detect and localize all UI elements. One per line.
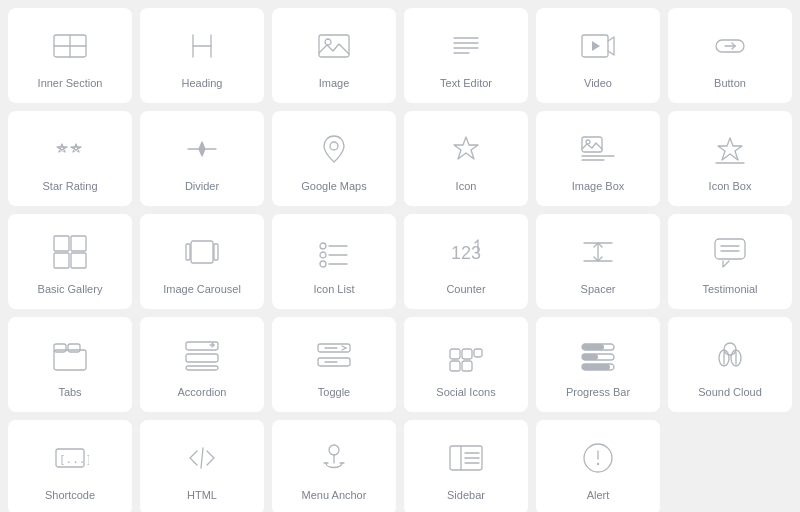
widget-card-spacer[interactable]: Spacer bbox=[536, 214, 660, 309]
svg-rect-35 bbox=[186, 244, 190, 260]
widget-card-video[interactable]: Video bbox=[536, 8, 660, 103]
widget-card-icon[interactable]: Icon bbox=[404, 111, 528, 206]
icon-list-label: Icon List bbox=[314, 282, 355, 296]
image-carousel-icon bbox=[180, 230, 224, 274]
svg-rect-33 bbox=[71, 253, 86, 268]
svg-point-82 bbox=[329, 445, 339, 455]
spacer-label: Spacer bbox=[581, 282, 616, 296]
svg-rect-32 bbox=[54, 253, 69, 268]
image-label: Image bbox=[319, 76, 350, 90]
svg-rect-34 bbox=[191, 241, 213, 263]
inner-section-label: Inner Section bbox=[38, 76, 103, 90]
inner-section-icon bbox=[48, 24, 92, 68]
social-icons-label: Social Icons bbox=[436, 385, 495, 399]
google-maps-label: Google Maps bbox=[301, 179, 366, 193]
accordion-label: Accordion bbox=[178, 385, 227, 399]
widget-card-google-maps[interactable]: Google Maps bbox=[272, 111, 396, 206]
svg-point-37 bbox=[320, 243, 326, 249]
svg-rect-31 bbox=[71, 236, 86, 251]
icon-list-icon bbox=[312, 230, 356, 274]
basic-gallery-label: Basic Gallery bbox=[38, 282, 103, 296]
widget-card-icon-box[interactable]: Icon Box bbox=[668, 111, 792, 206]
sidebar-label: Sidebar bbox=[447, 488, 485, 502]
progress-bar-label: Progress Bar bbox=[566, 385, 630, 399]
widget-card-inner-section[interactable]: Inner Section bbox=[8, 8, 132, 103]
svg-marker-19 bbox=[71, 144, 81, 152]
svg-rect-24 bbox=[582, 137, 602, 152]
widget-card-text-editor[interactable]: Text Editor bbox=[404, 8, 528, 103]
widget-card-social-icons[interactable]: Social Icons bbox=[404, 317, 528, 412]
tabs-label: Tabs bbox=[58, 385, 81, 399]
widget-card-shortcode[interactable]: [...] Shortcode bbox=[8, 420, 132, 512]
svg-point-39 bbox=[320, 252, 326, 258]
widget-card-counter[interactable]: 123 Counter bbox=[404, 214, 528, 309]
widget-card-image-box[interactable]: Image Box bbox=[536, 111, 660, 206]
sound-cloud-label: Sound Cloud bbox=[698, 385, 762, 399]
svg-rect-67 bbox=[462, 361, 472, 371]
widget-card-image[interactable]: Image bbox=[272, 8, 396, 103]
button-label: Button bbox=[714, 76, 746, 90]
html-icon bbox=[180, 436, 224, 480]
svg-rect-50 bbox=[54, 350, 86, 370]
svg-rect-47 bbox=[715, 239, 745, 259]
widget-card-tabs[interactable]: Tabs bbox=[8, 317, 132, 412]
svg-rect-69 bbox=[582, 344, 604, 350]
svg-point-22 bbox=[330, 142, 338, 150]
alert-icon bbox=[576, 436, 620, 480]
svg-text:[...]: [...] bbox=[59, 453, 89, 466]
svg-line-60 bbox=[342, 348, 346, 350]
widget-card-alert[interactable]: Alert bbox=[536, 420, 660, 512]
widget-card-accordion[interactable]: Accordion bbox=[140, 317, 264, 412]
widget-card-image-carousel[interactable]: Image Carousel bbox=[140, 214, 264, 309]
google-maps-icon bbox=[312, 127, 356, 171]
svg-rect-65 bbox=[474, 349, 482, 357]
counter-icon: 123 bbox=[444, 230, 488, 274]
divider-label: Divider bbox=[185, 179, 219, 193]
svg-marker-21 bbox=[199, 142, 205, 156]
icon-box-icon bbox=[708, 127, 752, 171]
widget-card-sidebar[interactable]: Sidebar bbox=[404, 420, 528, 512]
divider-icon bbox=[180, 127, 224, 171]
svg-point-7 bbox=[325, 39, 331, 45]
menu-anchor-icon bbox=[312, 436, 356, 480]
widget-card-divider[interactable]: Divider bbox=[140, 111, 264, 206]
image-box-label: Image Box bbox=[572, 179, 625, 193]
widget-card-toggle[interactable]: Toggle bbox=[272, 317, 396, 412]
svg-rect-73 bbox=[582, 364, 610, 370]
widget-card-sound-cloud[interactable]: Sound Cloud bbox=[668, 317, 792, 412]
testimonial-label: Testimonial bbox=[702, 282, 757, 296]
testimonial-icon bbox=[708, 230, 752, 274]
image-box-icon bbox=[576, 127, 620, 171]
widgets-grid: Inner Section Heading Image Text Editor … bbox=[8, 8, 792, 512]
svg-rect-36 bbox=[214, 244, 218, 260]
widget-card-star-rating[interactable]: Star Rating bbox=[8, 111, 132, 206]
menu-anchor-label: Menu Anchor bbox=[302, 488, 367, 502]
svg-text:123: 123 bbox=[451, 243, 481, 263]
video-label: Video bbox=[584, 76, 612, 90]
widget-card-basic-gallery[interactable]: Basic Gallery bbox=[8, 214, 132, 309]
button-icon bbox=[708, 24, 752, 68]
svg-marker-13 bbox=[592, 41, 600, 51]
svg-marker-28 bbox=[718, 138, 742, 160]
widget-card-heading[interactable]: Heading bbox=[140, 8, 264, 103]
image-icon bbox=[312, 24, 356, 68]
widget-card-testimonial[interactable]: Testimonial bbox=[668, 214, 792, 309]
widget-card-icon-list[interactable]: Icon List bbox=[272, 214, 396, 309]
star-rating-icon bbox=[48, 127, 92, 171]
svg-rect-6 bbox=[319, 35, 349, 57]
alert-label: Alert bbox=[587, 488, 610, 502]
svg-marker-18 bbox=[57, 144, 67, 152]
html-label: HTML bbox=[187, 488, 217, 502]
progress-bar-icon bbox=[576, 333, 620, 377]
svg-rect-55 bbox=[186, 366, 218, 370]
svg-rect-63 bbox=[450, 349, 460, 359]
widget-card-html[interactable]: HTML bbox=[140, 420, 264, 512]
tabs-icon bbox=[48, 333, 92, 377]
shortcode-label: Shortcode bbox=[45, 488, 95, 502]
widget-card-menu-anchor[interactable]: Menu Anchor bbox=[272, 420, 396, 512]
widget-card-button[interactable]: Button bbox=[668, 8, 792, 103]
widget-card-progress-bar[interactable]: Progress Bar bbox=[536, 317, 660, 412]
counter-label: Counter bbox=[446, 282, 485, 296]
icon-icon bbox=[444, 127, 488, 171]
svg-point-25 bbox=[586, 140, 590, 144]
